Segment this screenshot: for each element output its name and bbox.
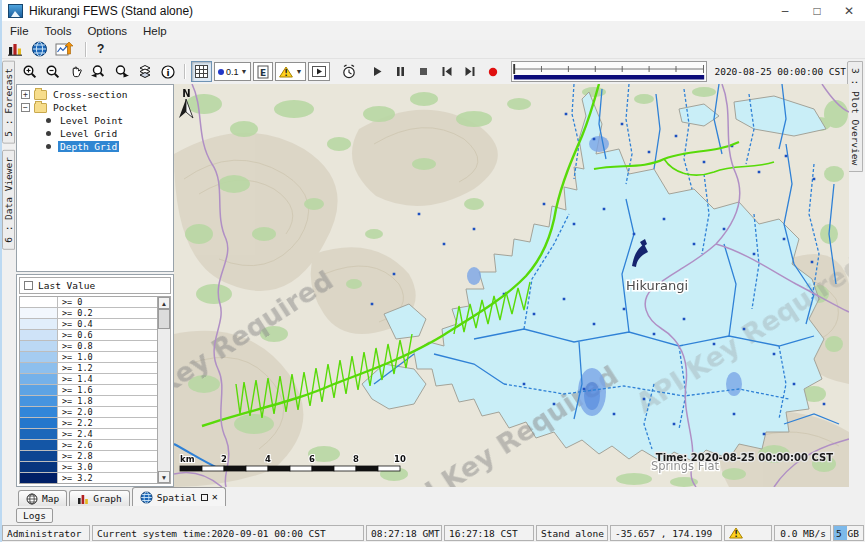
menu-file[interactable]: File <box>2 25 37 37</box>
expand-icon[interactable]: + <box>21 90 30 99</box>
help-button[interactable]: ? <box>97 42 104 56</box>
point-threshold-dropdown[interactable]: 0.1 ▼ <box>214 62 251 81</box>
svg-text:2: 2 <box>221 454 227 464</box>
chart-arrow-icon[interactable] <box>55 41 74 57</box>
menu-tools[interactable]: Tools <box>37 25 80 37</box>
scale-bar-segments <box>180 466 400 471</box>
status-bar: Administrator Current system time:2020-0… <box>2 524 865 542</box>
legend-label: >= 2.0 <box>58 407 157 417</box>
legend-label: >= 1.8 <box>58 396 157 406</box>
warning-icon: ! <box>279 66 293 78</box>
scale-unit: km <box>180 454 195 464</box>
legend-row: >= 2.6 <box>20 440 157 451</box>
legend-label: >= 2.6 <box>58 440 157 450</box>
svg-text:8: 8 <box>353 454 359 464</box>
skip-end-icon[interactable] <box>459 61 480 82</box>
right-tab-strip: 3 : Plot Overview <box>847 59 865 487</box>
collapse-icon[interactable]: − <box>21 103 30 112</box>
status-mode: Stand alone <box>536 525 608 541</box>
zoom-out-icon[interactable] <box>42 61 63 82</box>
tree-node-cross-section[interactable]: + Cross-section <box>17 88 173 101</box>
legend-scrollbar[interactable]: ▲ ▼ <box>157 297 170 483</box>
legend-label: >= 2.8 <box>58 451 157 461</box>
legend-row: >= 0.8 <box>20 341 157 352</box>
north-label: N <box>182 88 190 99</box>
tab-data-viewer[interactable]: 6 : Data Viewer <box>2 150 15 250</box>
legend-header: Last Value <box>19 277 171 294</box>
info-icon[interactable]: i <box>157 61 178 82</box>
pan-hand-icon[interactable] <box>65 61 86 82</box>
time-slider[interactable] <box>511 61 707 82</box>
scroll-up-icon[interactable]: ▲ <box>158 297 170 309</box>
tree-leaf-depth-grid[interactable]: Depth Grid <box>17 140 173 153</box>
zoom-previous-icon[interactable] <box>88 61 109 82</box>
legend-swatch <box>20 363 58 373</box>
status-coordinates: -35.657 , 174.199 <box>610 525 722 541</box>
legend-swatch <box>20 451 58 461</box>
legend-swatch <box>20 418 58 428</box>
last-value-checkbox[interactable] <box>24 281 33 290</box>
legend-row: >= 2.4 <box>20 429 157 440</box>
town-label: Hikurangi <box>626 278 688 293</box>
toolbar-separator <box>85 42 86 57</box>
layers-icon[interactable] <box>134 61 155 82</box>
zoom-in-icon[interactable] <box>19 61 40 82</box>
tab-graph[interactable]: Graph <box>69 490 130 506</box>
folder-icon <box>34 103 47 113</box>
close-tab-icon[interactable]: ✕ <box>212 492 218 502</box>
status-local-time: 16:27:18 CST <box>444 525 534 541</box>
legend-swatch <box>20 385 58 395</box>
time-settings-icon[interactable] <box>338 61 359 82</box>
legend-label: >= 0.4 <box>58 319 157 329</box>
minimize-button[interactable]: – <box>769 0 801 21</box>
zoom-next-icon[interactable] <box>111 61 132 82</box>
legend-swatch <box>20 308 58 318</box>
tab-spatial[interactable]: Spatial ✕ <box>132 487 226 506</box>
scroll-down-icon[interactable]: ▼ <box>158 471 170 483</box>
stop-icon[interactable] <box>413 61 434 82</box>
menu-options[interactable]: Options <box>79 25 135 37</box>
svg-text:i: i <box>166 67 169 77</box>
map-time-label: Time: 2020-08-25 00:00:00 CST <box>656 452 833 463</box>
legend-label: >= 3.2 <box>58 473 157 483</box>
restore-panel-icon[interactable] <box>201 494 208 501</box>
legend-row: >= 0.6 <box>20 330 157 341</box>
menu-help[interactable]: Help <box>135 25 175 37</box>
globe-icon[interactable] <box>31 41 48 57</box>
legend-label: >= 1.4 <box>58 374 157 384</box>
legend-label: >= 3.0 <box>58 462 157 472</box>
tree-leaf-level-grid[interactable]: Level Grid <box>17 127 173 140</box>
database-chart-icon[interactable] <box>7 41 24 57</box>
warning-dropdown[interactable]: ! ▼ <box>275 62 306 81</box>
legend-row: >= 1.4 <box>20 374 157 385</box>
skip-start-icon[interactable] <box>436 61 457 82</box>
tab-map[interactable]: Map <box>18 490 67 506</box>
pause-icon[interactable] <box>390 61 411 82</box>
tree-leaf-level-point[interactable]: Level Point <box>17 114 173 127</box>
view-tab-bar: Map Graph Spatial ✕ <box>16 487 847 506</box>
play-icon[interactable] <box>367 61 388 82</box>
grid-toggle-icon[interactable] <box>191 61 212 82</box>
legend-row: >= 0 <box>20 297 157 308</box>
tree-node-pocket[interactable]: − Pocket <box>17 101 173 114</box>
legend-swatch <box>20 341 58 351</box>
tab-graph-label: Graph <box>93 493 122 504</box>
animation-button[interactable] <box>308 62 330 81</box>
tab-plot-overview[interactable]: 3 : Plot Overview <box>847 61 863 172</box>
maximize-button[interactable]: □ <box>801 0 833 21</box>
tab-forecast[interactable]: 5 : Forecast <box>2 61 15 144</box>
status-warning[interactable]: ! <box>724 525 772 541</box>
map-canvas[interactable]: API Key Required API Key Required API Ke… <box>174 84 849 487</box>
label-button[interactable]: E <box>253 62 273 81</box>
svg-text:E: E <box>260 67 266 77</box>
status-system-time: Current system time:2020-09-01 00:00 CST <box>92 525 364 541</box>
legend-row: >= 2.8 <box>20 451 157 462</box>
scroll-thumb[interactable] <box>158 309 170 329</box>
record-icon[interactable] <box>482 61 503 82</box>
svg-text:10: 10 <box>394 454 406 464</box>
close-button[interactable]: ✕ <box>833 0 865 21</box>
legend-swatch <box>20 396 58 406</box>
warning-icon: ! <box>729 527 743 539</box>
legend-swatch <box>20 440 58 450</box>
logs-button[interactable]: Logs <box>16 508 53 523</box>
